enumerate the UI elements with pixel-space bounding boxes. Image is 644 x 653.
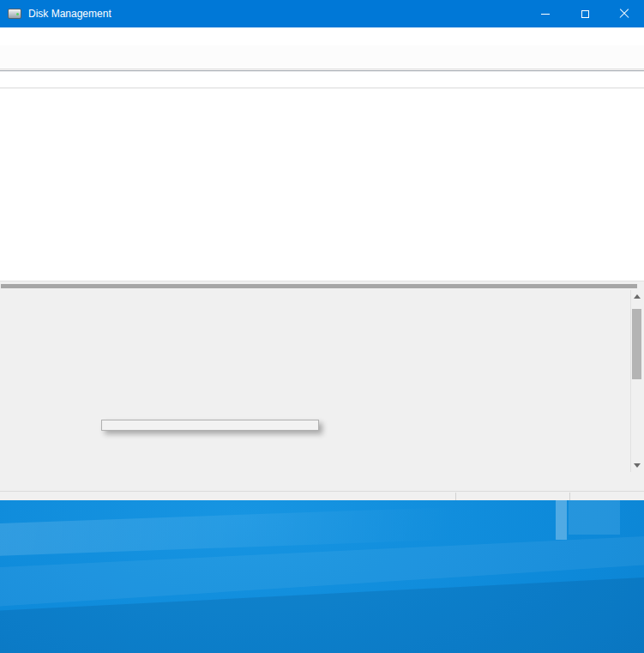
wallpaper-slat xyxy=(556,500,567,540)
status-bar-divider xyxy=(569,493,570,500)
window-title: Disk Management xyxy=(28,8,111,20)
horizontal-scrollbar-thumb[interactable] xyxy=(1,284,637,288)
legend-bar xyxy=(0,472,644,491)
toolbar xyxy=(0,45,644,70)
status-bar xyxy=(0,491,644,500)
volume-list-header xyxy=(0,71,644,88)
minimize-button[interactable] xyxy=(526,0,565,27)
maximize-button[interactable] xyxy=(565,0,605,27)
status-bar-divider xyxy=(455,493,456,500)
close-button[interactable] xyxy=(605,0,644,27)
vertical-scrollbar[interactable] xyxy=(630,290,642,472)
volume-list-pane xyxy=(0,70,644,281)
menu-bar xyxy=(0,27,644,45)
vertical-scrollbar-thumb[interactable] xyxy=(632,309,641,379)
disk-management-app-icon xyxy=(8,9,21,19)
title-bar[interactable]: Disk Management xyxy=(0,0,644,27)
desktop-wallpaper xyxy=(0,500,644,653)
minimize-icon xyxy=(541,14,550,15)
disk-graph-pane xyxy=(0,290,644,472)
screen: Disk Management xyxy=(0,0,644,653)
scroll-down-icon[interactable] xyxy=(634,463,641,468)
window-controls xyxy=(526,0,644,27)
wallpaper-slat xyxy=(569,500,620,535)
context-menu xyxy=(101,420,319,431)
scroll-up-icon[interactable] xyxy=(634,294,641,299)
maximize-icon xyxy=(581,10,589,18)
horizontal-scrollbar[interactable] xyxy=(0,281,644,290)
close-icon xyxy=(619,9,629,19)
disk-management-window: Disk Management xyxy=(0,0,644,500)
